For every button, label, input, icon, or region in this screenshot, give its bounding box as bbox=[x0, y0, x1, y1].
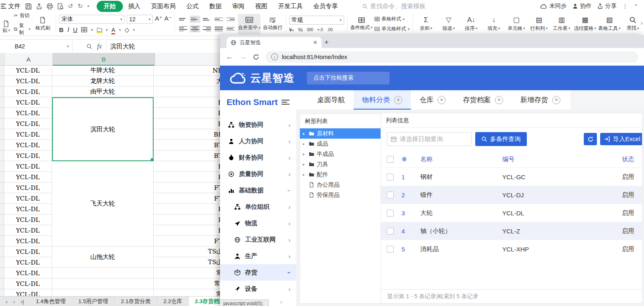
row-header[interactable] bbox=[0, 215, 4, 225]
sheet-cell-c[interactable]: F bbox=[154, 172, 224, 183]
sheet-cell-c[interactable]: B bbox=[154, 97, 224, 108]
ribbon-big-button[interactable]: ▽ 筛选▾ bbox=[438, 14, 459, 34]
expand-arrow-icon[interactable]: ▸ bbox=[303, 162, 306, 167]
ribbon-tab[interactable]: 插入 bbox=[123, 1, 146, 11]
sidebar-menu-item[interactable]: 单位组织 › bbox=[220, 199, 296, 215]
tree-item[interactable]: ▸ 半成品 bbox=[300, 149, 382, 159]
sheet-cell-c[interactable]: F bbox=[154, 225, 224, 236]
row-checkbox[interactable] bbox=[387, 210, 394, 217]
row-header[interactable] bbox=[0, 257, 4, 268]
sheet-cell-c[interactable]: FT bbox=[154, 236, 224, 247]
sheet-last-icon[interactable]: ›| bbox=[21, 299, 24, 305]
sheet-cell-c[interactable]: 常 bbox=[154, 268, 224, 279]
code-column-header[interactable]: 编号 bbox=[502, 155, 622, 163]
import-excel-button[interactable]: 导入Excel bbox=[600, 133, 642, 145]
ribbon-big-button[interactable]: ▦ 冻结窗格▾ bbox=[574, 14, 596, 34]
font-size-select[interactable]: 12▾ bbox=[127, 15, 153, 24]
sheet-cell-c[interactable]: FT bbox=[154, 193, 224, 204]
url-bar[interactable]: i localhost:81/Home/Index bbox=[265, 51, 638, 63]
date-query-input[interactable]: 请选择日期查询 bbox=[387, 132, 472, 146]
sheet-cell-c[interactable] bbox=[154, 87, 224, 97]
decrease-decimal-icon[interactable]: .00 bbox=[327, 27, 333, 32]
name-column-header[interactable]: 名称 bbox=[420, 155, 502, 163]
sheet-cell-c[interactable]: BT bbox=[154, 151, 224, 161]
number-format-select[interactable]: 常规▾ bbox=[289, 16, 344, 25]
row-header[interactable] bbox=[0, 289, 4, 296]
align-bottom-icon[interactable] bbox=[202, 16, 212, 23]
row-header[interactable] bbox=[0, 183, 4, 193]
row-header[interactable] bbox=[0, 119, 4, 129]
font-name-select[interactable]: 宋体▾ bbox=[59, 15, 125, 24]
sheet-cell-a[interactable]: YCL-DL bbox=[4, 65, 52, 76]
align-center-icon[interactable] bbox=[190, 25, 200, 32]
row-header[interactable] bbox=[0, 279, 4, 289]
undo-icon[interactable]: ↺ bbox=[68, 2, 73, 10]
sheet-cell-a[interactable]: YCL-DL bbox=[4, 129, 52, 140]
forward-icon[interactable]: → bbox=[239, 53, 247, 61]
ribbon-expander-icon[interactable]: › bbox=[641, 20, 643, 26]
share-button[interactable]: 分享 bbox=[597, 2, 617, 10]
ribbon-tab[interactable]: 公式 bbox=[181, 1, 204, 11]
sheet-cell-c[interactable]: F bbox=[154, 204, 224, 215]
sheet-cell-b[interactable]: 牛牌大轮 bbox=[52, 65, 154, 76]
expand-arrow-icon[interactable]: ▸ bbox=[303, 152, 306, 156]
reload-icon[interactable] bbox=[253, 54, 259, 60]
status-column-header[interactable]: 状态 bbox=[622, 155, 642, 163]
sidebar-menu-item[interactable]: 财务协同 › bbox=[220, 149, 296, 166]
column-header-b[interactable]: B bbox=[53, 53, 155, 65]
ribbon-big-button[interactable]: ▥ 工作表▾ bbox=[551, 14, 572, 34]
ribbon-tab[interactable]: 视图 bbox=[250, 1, 273, 11]
sheet-cell-b[interactable]: 由甲大轮 bbox=[52, 87, 154, 97]
row-header[interactable] bbox=[0, 236, 4, 247]
copy-button[interactable]: ⧉ 复制▾ bbox=[14, 22, 30, 36]
row-checkbox[interactable] bbox=[387, 192, 394, 199]
font-color-button[interactable]: A bbox=[111, 27, 115, 33]
multi-condition-query-button[interactable]: 多条件查询 bbox=[475, 132, 527, 146]
row-header[interactable] bbox=[0, 268, 4, 279]
sheet-cell-c[interactable]: 常: bbox=[154, 279, 224, 289]
tree-item[interactable]: ▸ 配件 bbox=[300, 169, 382, 180]
app-tab[interactable]: 物料分类 ✕ bbox=[354, 90, 411, 110]
ribbon-tab[interactable]: 开始 bbox=[97, 1, 123, 12]
table-style-button[interactable]: 表格样式▾ bbox=[374, 16, 410, 23]
thousands-format-icon[interactable]: 000 bbox=[307, 27, 313, 32]
fill-color-button[interactable] bbox=[97, 27, 102, 32]
row-header[interactable] bbox=[0, 193, 4, 204]
format-painter-button[interactable]: 格式刷 bbox=[32, 14, 53, 34]
sheet-cell-b[interactable] bbox=[52, 289, 154, 296]
merge-center-button[interactable]: 合并居中▾ bbox=[238, 14, 261, 34]
sheet-cell-a[interactable]: YCL-DL bbox=[4, 268, 52, 279]
sheet-cell-b[interactable] bbox=[52, 268, 154, 279]
table-row[interactable]: 2 锻件 YCL-DJ 启用 bbox=[381, 186, 642, 204]
underline-button[interactable]: U bbox=[73, 26, 77, 33]
sheet-next-icon[interactable]: › bbox=[13, 299, 15, 305]
tab-close-circle-icon[interactable]: ✕ bbox=[495, 96, 503, 104]
sheet-cell-a[interactable]: YCL-DL bbox=[4, 97, 52, 108]
row-header[interactable] bbox=[0, 97, 4, 108]
sheet-cell-c[interactable]: F bbox=[154, 161, 224, 172]
row-header[interactable] bbox=[0, 172, 4, 183]
sheet-cell-c[interactable]: NB bbox=[154, 65, 224, 76]
decrease-font-icon[interactable]: A⁻ bbox=[164, 15, 172, 24]
ribbon-big-button[interactable]: ▤ 行和列▾ bbox=[528, 14, 549, 34]
sheet-cell-a[interactable]: YCL-DL bbox=[4, 172, 52, 183]
sheet-tab[interactable]: 1.4角色管理 bbox=[29, 297, 72, 306]
row-header[interactable] bbox=[0, 65, 4, 76]
sheet-cell-c[interactable]: FT bbox=[154, 183, 224, 193]
tab-close-circle-icon[interactable]: ✕ bbox=[552, 96, 560, 104]
site-info-icon[interactable]: i bbox=[271, 53, 278, 60]
collapse-ribbon-icon[interactable]: ⌃ bbox=[634, 3, 638, 9]
sheet-cell-c[interactable]: TS山 bbox=[154, 257, 224, 268]
sheet-cell-b[interactable]: 山拖大轮 bbox=[52, 247, 154, 268]
refresh-button[interactable] bbox=[584, 133, 597, 145]
justify-icon[interactable] bbox=[213, 25, 224, 32]
sidebar-menu-item[interactable]: 存货 › bbox=[220, 264, 296, 281]
align-top-icon[interactable] bbox=[178, 16, 188, 23]
tree-item[interactable]: ▸ 原材料 bbox=[300, 128, 382, 139]
more-options-icon[interactable]: ⋮ bbox=[622, 3, 628, 9]
selected-merged-cell[interactable]: 滨田大轮 bbox=[52, 97, 154, 161]
increase-decimal-icon[interactable]: +.0 bbox=[317, 27, 323, 32]
table-row[interactable]: 5 消耗品 YCL-XHP 启用 bbox=[381, 240, 642, 258]
row-header[interactable] bbox=[0, 161, 4, 172]
sheet-cell-a[interactable]: YCL-DL bbox=[4, 236, 52, 247]
